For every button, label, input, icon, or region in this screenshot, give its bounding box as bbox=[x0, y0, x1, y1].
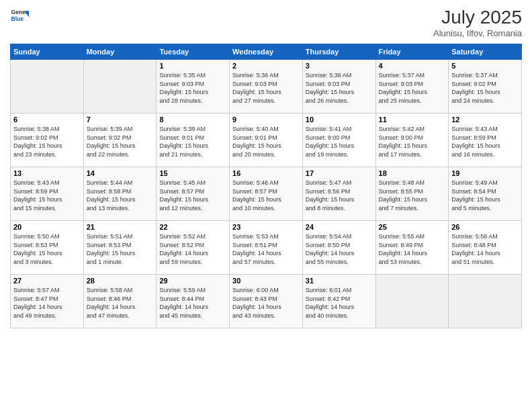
day-info: Sunrise: 5:35 AM Sunset: 9:03 PM Dayligh… bbox=[159, 71, 226, 105]
calendar-cell bbox=[449, 275, 522, 328]
day-number: 7 bbox=[87, 116, 154, 124]
calendar-cell: 19Sunrise: 5:49 AM Sunset: 8:54 PM Dayli… bbox=[449, 167, 522, 221]
col-sunday: Sunday bbox=[11, 44, 84, 60]
day-info: Sunrise: 5:37 AM Sunset: 9:03 PM Dayligh… bbox=[379, 71, 446, 105]
col-friday: Friday bbox=[375, 44, 449, 60]
logo-icon: General Blue bbox=[10, 7, 29, 26]
calendar-cell: 26Sunrise: 5:56 AM Sunset: 8:48 PM Dayli… bbox=[449, 221, 522, 275]
day-number: 1 bbox=[159, 62, 226, 70]
day-number: 15 bbox=[159, 169, 226, 177]
calendar-week-3: 13Sunrise: 5:43 AM Sunset: 8:59 PM Dayli… bbox=[11, 167, 522, 221]
day-info: Sunrise: 5:36 AM Sunset: 9:03 PM Dayligh… bbox=[306, 71, 373, 105]
day-number: 24 bbox=[306, 223, 373, 231]
day-info: Sunrise: 6:00 AM Sunset: 8:43 PM Dayligh… bbox=[232, 286, 300, 320]
calendar-cell: 25Sunrise: 5:55 AM Sunset: 8:49 PM Dayli… bbox=[375, 221, 449, 275]
calendar-cell: 27Sunrise: 5:57 AM Sunset: 8:47 PM Dayli… bbox=[11, 275, 84, 328]
calendar-cell: 28Sunrise: 5:58 AM Sunset: 8:46 PM Dayli… bbox=[83, 275, 157, 328]
day-number: 11 bbox=[379, 116, 446, 124]
calendar-cell: 16Sunrise: 5:46 AM Sunset: 8:57 PM Dayli… bbox=[230, 167, 303, 221]
day-number: 12 bbox=[451, 116, 519, 124]
calendar-cell: 14Sunrise: 5:44 AM Sunset: 8:58 PM Dayli… bbox=[83, 167, 157, 221]
day-number: 3 bbox=[306, 62, 373, 70]
calendar-cell: 20Sunrise: 5:50 AM Sunset: 8:53 PM Dayli… bbox=[11, 221, 84, 275]
calendar-cell: 13Sunrise: 5:43 AM Sunset: 8:59 PM Dayli… bbox=[11, 167, 84, 221]
calendar-cell: 3Sunrise: 5:36 AM Sunset: 9:03 PM Daylig… bbox=[302, 60, 375, 113]
day-info: Sunrise: 5:49 AM Sunset: 8:54 PM Dayligh… bbox=[451, 179, 519, 212]
day-info: Sunrise: 5:47 AM Sunset: 8:56 PM Dayligh… bbox=[306, 179, 373, 212]
day-info: Sunrise: 5:50 AM Sunset: 8:53 PM Dayligh… bbox=[13, 232, 81, 266]
day-number: 18 bbox=[379, 169, 446, 177]
calendar-cell: 4Sunrise: 5:37 AM Sunset: 9:03 PM Daylig… bbox=[375, 60, 449, 113]
day-number: 17 bbox=[306, 169, 373, 177]
day-number: 4 bbox=[379, 62, 446, 70]
calendar-cell: 29Sunrise: 5:59 AM Sunset: 8:44 PM Dayli… bbox=[157, 275, 230, 328]
calendar-week-4: 20Sunrise: 5:50 AM Sunset: 8:53 PM Dayli… bbox=[11, 221, 522, 275]
day-number: 25 bbox=[379, 223, 446, 231]
day-number: 29 bbox=[159, 277, 226, 285]
day-info: Sunrise: 5:43 AM Sunset: 8:59 PM Dayligh… bbox=[451, 125, 519, 158]
calendar-cell: 10Sunrise: 5:41 AM Sunset: 9:00 PM Dayli… bbox=[302, 113, 375, 167]
calendar-cell: 21Sunrise: 5:51 AM Sunset: 8:53 PM Dayli… bbox=[83, 221, 157, 275]
day-info: Sunrise: 5:37 AM Sunset: 9:02 PM Dayligh… bbox=[451, 71, 519, 105]
calendar-cell: 8Sunrise: 5:39 AM Sunset: 9:01 PM Daylig… bbox=[157, 113, 230, 167]
calendar-cell bbox=[83, 60, 157, 113]
calendar-cell: 18Sunrise: 5:48 AM Sunset: 8:55 PM Dayli… bbox=[375, 167, 449, 221]
day-number: 16 bbox=[232, 169, 300, 177]
day-info: Sunrise: 5:58 AM Sunset: 8:46 PM Dayligh… bbox=[87, 286, 154, 320]
day-number: 21 bbox=[87, 223, 154, 231]
day-info: Sunrise: 5:57 AM Sunset: 8:47 PM Dayligh… bbox=[13, 286, 81, 320]
day-info: Sunrise: 5:39 AM Sunset: 9:01 PM Dayligh… bbox=[159, 125, 226, 158]
day-info: Sunrise: 5:46 AM Sunset: 8:57 PM Dayligh… bbox=[232, 179, 300, 212]
day-info: Sunrise: 5:53 AM Sunset: 8:51 PM Dayligh… bbox=[232, 232, 300, 266]
calendar-cell: 2Sunrise: 5:36 AM Sunset: 9:03 PM Daylig… bbox=[230, 60, 303, 113]
calendar-cell: 12Sunrise: 5:43 AM Sunset: 8:59 PM Dayli… bbox=[449, 113, 522, 167]
day-number: 2 bbox=[232, 62, 300, 70]
col-thursday: Thursday bbox=[302, 44, 375, 60]
day-info: Sunrise: 5:45 AM Sunset: 8:57 PM Dayligh… bbox=[159, 179, 226, 212]
page: General Blue July 2025 Alunisu, Ilfov, R… bbox=[0, 0, 532, 411]
day-info: Sunrise: 5:56 AM Sunset: 8:48 PM Dayligh… bbox=[451, 232, 519, 266]
day-info: Sunrise: 5:39 AM Sunset: 9:02 PM Dayligh… bbox=[87, 125, 154, 158]
day-number: 20 bbox=[13, 223, 81, 231]
calendar-cell: 6Sunrise: 5:38 AM Sunset: 9:02 PM Daylig… bbox=[11, 113, 84, 167]
day-info: Sunrise: 5:59 AM Sunset: 8:44 PM Dayligh… bbox=[159, 286, 226, 320]
calendar-header-row: Sunday Monday Tuesday Wednesday Thursday… bbox=[11, 44, 522, 60]
calendar-cell: 17Sunrise: 5:47 AM Sunset: 8:56 PM Dayli… bbox=[302, 167, 375, 221]
calendar-cell: 9Sunrise: 5:40 AM Sunset: 9:01 PM Daylig… bbox=[230, 113, 303, 167]
calendar-cell: 22Sunrise: 5:52 AM Sunset: 8:52 PM Dayli… bbox=[157, 221, 230, 275]
calendar-cell: 11Sunrise: 5:42 AM Sunset: 9:00 PM Dayli… bbox=[375, 113, 449, 167]
col-tuesday: Tuesday bbox=[157, 44, 230, 60]
day-info: Sunrise: 5:38 AM Sunset: 9:02 PM Dayligh… bbox=[13, 125, 81, 158]
day-number: 6 bbox=[13, 116, 81, 124]
svg-text:Blue: Blue bbox=[11, 15, 24, 22]
day-info: Sunrise: 5:43 AM Sunset: 8:59 PM Dayligh… bbox=[13, 179, 81, 212]
calendar-cell bbox=[11, 60, 84, 113]
calendar-cell bbox=[375, 275, 449, 328]
day-info: Sunrise: 5:55 AM Sunset: 8:49 PM Dayligh… bbox=[379, 232, 446, 266]
day-number: 13 bbox=[13, 169, 81, 177]
day-number: 19 bbox=[451, 169, 519, 177]
col-saturday: Saturday bbox=[449, 44, 522, 60]
day-info: Sunrise: 5:41 AM Sunset: 9:00 PM Dayligh… bbox=[306, 125, 373, 158]
calendar-week-2: 6Sunrise: 5:38 AM Sunset: 9:02 PM Daylig… bbox=[11, 113, 522, 167]
day-info: Sunrise: 5:36 AM Sunset: 9:03 PM Dayligh… bbox=[232, 71, 300, 105]
day-number: 28 bbox=[87, 277, 154, 285]
day-number: 5 bbox=[451, 62, 519, 70]
logo: General Blue bbox=[10, 7, 29, 26]
calendar-week-5: 27Sunrise: 5:57 AM Sunset: 8:47 PM Dayli… bbox=[11, 275, 522, 328]
day-number: 14 bbox=[87, 169, 154, 177]
day-info: Sunrise: 5:40 AM Sunset: 9:01 PM Dayligh… bbox=[232, 125, 300, 158]
title-block: July 2025 Alunisu, Ilfov, Romania bbox=[433, 7, 522, 38]
calendar: Sunday Monday Tuesday Wednesday Thursday… bbox=[10, 44, 522, 328]
header: General Blue July 2025 Alunisu, Ilfov, R… bbox=[10, 7, 522, 38]
day-info: Sunrise: 6:01 AM Sunset: 8:42 PM Dayligh… bbox=[306, 286, 373, 320]
day-info: Sunrise: 5:54 AM Sunset: 8:50 PM Dayligh… bbox=[306, 232, 373, 266]
calendar-cell: 5Sunrise: 5:37 AM Sunset: 9:02 PM Daylig… bbox=[449, 60, 522, 113]
day-number: 30 bbox=[232, 277, 300, 285]
calendar-cell: 15Sunrise: 5:45 AM Sunset: 8:57 PM Dayli… bbox=[157, 167, 230, 221]
calendar-cell: 1Sunrise: 5:35 AM Sunset: 9:03 PM Daylig… bbox=[157, 60, 230, 113]
day-number: 22 bbox=[159, 223, 226, 231]
day-info: Sunrise: 5:48 AM Sunset: 8:55 PM Dayligh… bbox=[379, 179, 446, 212]
day-number: 9 bbox=[232, 116, 300, 124]
day-number: 8 bbox=[159, 116, 226, 124]
